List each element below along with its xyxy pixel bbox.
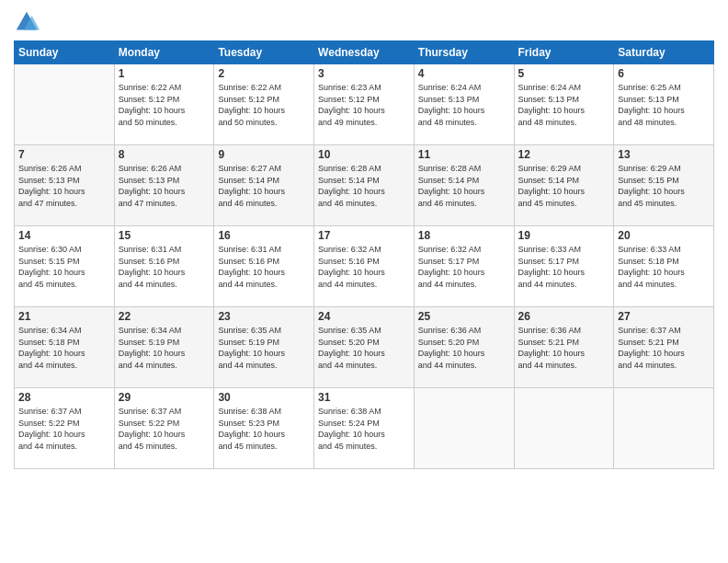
day-number: 17 [318, 229, 410, 242]
day-info: Sunrise: 6:25 AM Sunset: 5:13 PM Dayligh… [618, 82, 710, 128]
day-info: Sunrise: 6:38 AM Sunset: 5:24 PM Dayligh… [318, 406, 410, 452]
day-number: 24 [318, 310, 410, 323]
day-info: Sunrise: 6:33 AM Sunset: 5:17 PM Dayligh… [518, 244, 610, 290]
day-info: Sunrise: 6:26 AM Sunset: 5:13 PM Dayligh… [18, 163, 110, 209]
day-number: 11 [418, 148, 510, 161]
day-info: Sunrise: 6:30 AM Sunset: 5:15 PM Dayligh… [18, 244, 110, 290]
weekday-header: Sunday [15, 41, 115, 64]
day-info: Sunrise: 6:34 AM Sunset: 5:19 PM Dayligh… [119, 325, 210, 371]
day-number: 31 [318, 391, 410, 404]
day-info: Sunrise: 6:32 AM Sunset: 5:17 PM Dayligh… [418, 244, 510, 290]
day-number: 1 [119, 67, 210, 80]
day-number: 23 [218, 310, 310, 323]
day-info: Sunrise: 6:29 AM Sunset: 5:15 PM Dayligh… [618, 163, 710, 209]
logo-icon [14, 9, 40, 35]
day-number: 29 [119, 391, 210, 404]
day-number: 13 [618, 148, 710, 161]
day-info: Sunrise: 6:37 AM Sunset: 5:22 PM Dayligh… [119, 406, 210, 452]
day-info: Sunrise: 6:28 AM Sunset: 5:14 PM Dayligh… [318, 163, 410, 209]
weekday-header: Monday [114, 41, 214, 64]
day-info: Sunrise: 6:24 AM Sunset: 5:13 PM Dayligh… [418, 82, 510, 128]
day-number: 5 [518, 67, 610, 80]
day-info: Sunrise: 6:31 AM Sunset: 5:16 PM Dayligh… [119, 244, 210, 290]
day-info: Sunrise: 6:22 AM Sunset: 5:12 PM Dayligh… [218, 82, 310, 128]
calendar-cell: 15Sunrise: 6:31 AM Sunset: 5:16 PM Dayli… [114, 226, 214, 307]
day-info: Sunrise: 6:24 AM Sunset: 5:13 PM Dayligh… [518, 82, 610, 128]
day-info: Sunrise: 6:36 AM Sunset: 5:21 PM Dayligh… [518, 325, 610, 371]
calendar-week-row: 14Sunrise: 6:30 AM Sunset: 5:15 PM Dayli… [15, 226, 714, 307]
calendar-week-row: 21Sunrise: 6:34 AM Sunset: 5:18 PM Dayli… [15, 307, 714, 388]
day-number: 22 [119, 310, 210, 323]
calendar-week-row: 1Sunrise: 6:22 AM Sunset: 5:12 PM Daylig… [15, 64, 714, 145]
day-number: 27 [618, 310, 710, 323]
calendar-cell: 21Sunrise: 6:34 AM Sunset: 5:18 PM Dayli… [15, 307, 115, 388]
weekday-header: Tuesday [214, 41, 314, 64]
logo [14, 9, 43, 35]
day-number: 7 [18, 148, 110, 161]
calendar-cell: 20Sunrise: 6:33 AM Sunset: 5:18 PM Dayli… [614, 226, 714, 307]
day-number: 6 [618, 67, 710, 80]
day-info: Sunrise: 6:37 AM Sunset: 5:21 PM Dayligh… [618, 325, 710, 371]
calendar-cell: 17Sunrise: 6:32 AM Sunset: 5:16 PM Dayli… [314, 226, 415, 307]
day-number: 8 [119, 148, 210, 161]
day-number: 28 [18, 391, 110, 404]
day-number: 10 [318, 148, 410, 161]
day-number: 3 [318, 67, 410, 80]
day-number: 18 [418, 229, 510, 242]
day-info: Sunrise: 6:38 AM Sunset: 5:23 PM Dayligh… [218, 406, 310, 452]
calendar-cell: 27Sunrise: 6:37 AM Sunset: 5:21 PM Dayli… [614, 307, 714, 388]
calendar-cell [15, 64, 115, 145]
calendar-cell [414, 388, 514, 469]
weekday-header: Wednesday [314, 41, 415, 64]
day-number: 25 [418, 310, 510, 323]
calendar-cell: 14Sunrise: 6:30 AM Sunset: 5:15 PM Dayli… [15, 226, 115, 307]
header [14, 9, 714, 35]
calendar-cell: 10Sunrise: 6:28 AM Sunset: 5:14 PM Dayli… [314, 145, 415, 226]
day-info: Sunrise: 6:34 AM Sunset: 5:18 PM Dayligh… [18, 325, 110, 371]
weekday-header: Saturday [614, 41, 714, 64]
day-info: Sunrise: 6:27 AM Sunset: 5:14 PM Dayligh… [218, 163, 310, 209]
calendar-cell: 8Sunrise: 6:26 AM Sunset: 5:13 PM Daylig… [114, 145, 214, 226]
calendar-cell: 28Sunrise: 6:37 AM Sunset: 5:22 PM Dayli… [15, 388, 115, 469]
calendar-cell: 13Sunrise: 6:29 AM Sunset: 5:15 PM Dayli… [614, 145, 714, 226]
calendar-cell: 5Sunrise: 6:24 AM Sunset: 5:13 PM Daylig… [514, 64, 614, 145]
day-info: Sunrise: 6:22 AM Sunset: 5:12 PM Dayligh… [119, 82, 210, 128]
calendar-cell: 6Sunrise: 6:25 AM Sunset: 5:13 PM Daylig… [614, 64, 714, 145]
day-number: 15 [119, 229, 210, 242]
calendar-cell: 2Sunrise: 6:22 AM Sunset: 5:12 PM Daylig… [214, 64, 314, 145]
day-info: Sunrise: 6:28 AM Sunset: 5:14 PM Dayligh… [418, 163, 510, 209]
day-number: 26 [518, 310, 610, 323]
day-info: Sunrise: 6:33 AM Sunset: 5:18 PM Dayligh… [618, 244, 710, 290]
day-info: Sunrise: 6:29 AM Sunset: 5:14 PM Dayligh… [518, 163, 610, 209]
calendar-cell: 25Sunrise: 6:36 AM Sunset: 5:20 PM Dayli… [414, 307, 514, 388]
day-number: 9 [218, 148, 310, 161]
day-number: 12 [518, 148, 610, 161]
day-number: 14 [18, 229, 110, 242]
day-info: Sunrise: 6:32 AM Sunset: 5:16 PM Dayligh… [318, 244, 410, 290]
weekday-header: Thursday [414, 41, 514, 64]
day-info: Sunrise: 6:23 AM Sunset: 5:12 PM Dayligh… [318, 82, 410, 128]
calendar-cell: 12Sunrise: 6:29 AM Sunset: 5:14 PM Dayli… [514, 145, 614, 226]
day-info: Sunrise: 6:35 AM Sunset: 5:19 PM Dayligh… [218, 325, 310, 371]
day-number: 30 [218, 391, 310, 404]
calendar-cell: 23Sunrise: 6:35 AM Sunset: 5:19 PM Dayli… [214, 307, 314, 388]
day-info: Sunrise: 6:35 AM Sunset: 5:20 PM Dayligh… [318, 325, 410, 371]
calendar-week-row: 7Sunrise: 6:26 AM Sunset: 5:13 PM Daylig… [15, 145, 714, 226]
calendar-cell: 26Sunrise: 6:36 AM Sunset: 5:21 PM Dayli… [514, 307, 614, 388]
day-info: Sunrise: 6:26 AM Sunset: 5:13 PM Dayligh… [119, 163, 210, 209]
calendar-cell: 7Sunrise: 6:26 AM Sunset: 5:13 PM Daylig… [15, 145, 115, 226]
calendar-cell: 11Sunrise: 6:28 AM Sunset: 5:14 PM Dayli… [414, 145, 514, 226]
calendar-cell [514, 388, 614, 469]
calendar-cell: 18Sunrise: 6:32 AM Sunset: 5:17 PM Dayli… [414, 226, 514, 307]
calendar-cell: 9Sunrise: 6:27 AM Sunset: 5:14 PM Daylig… [214, 145, 314, 226]
day-info: Sunrise: 6:37 AM Sunset: 5:22 PM Dayligh… [18, 406, 110, 452]
calendar-week-row: 28Sunrise: 6:37 AM Sunset: 5:22 PM Dayli… [15, 388, 714, 469]
day-number: 16 [218, 229, 310, 242]
calendar-cell: 31Sunrise: 6:38 AM Sunset: 5:24 PM Dayli… [314, 388, 415, 469]
weekday-header-row: SundayMondayTuesdayWednesdayThursdayFrid… [15, 41, 714, 64]
day-info: Sunrise: 6:36 AM Sunset: 5:20 PM Dayligh… [418, 325, 510, 371]
calendar-cell: 4Sunrise: 6:24 AM Sunset: 5:13 PM Daylig… [414, 64, 514, 145]
day-number: 21 [18, 310, 110, 323]
day-number: 19 [518, 229, 610, 242]
day-number: 20 [618, 229, 710, 242]
